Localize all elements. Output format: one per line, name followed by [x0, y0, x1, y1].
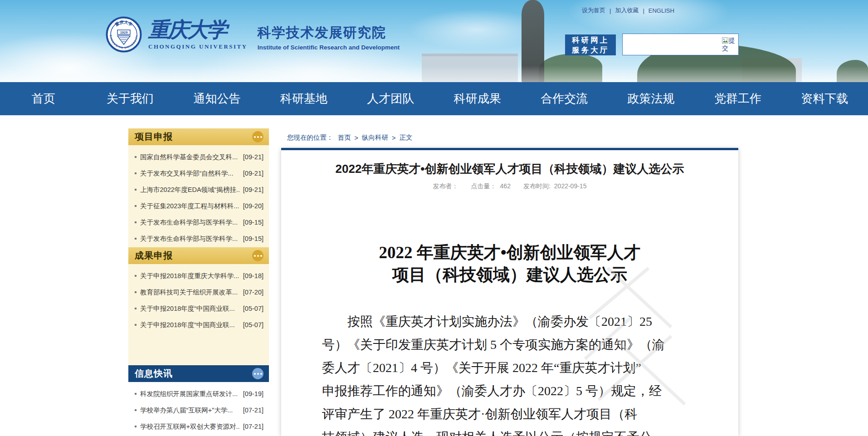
bullet-icon — [135, 189, 137, 191]
bullet-icon — [135, 275, 137, 277]
sidebar-section-achievement-application: 成果申报 — [128, 247, 269, 264]
item-title: 学校举办第八届“互联网+”大学... — [140, 406, 239, 415]
bullet-icon — [135, 426, 137, 427]
body-line: 评审产生了 2022 年重庆英才·创新创业领军人才项目（科 — [322, 402, 700, 426]
body-line: 申报推荐工作的通知》（渝委人才办〔2022〕5 号）规定，经 — [322, 379, 700, 402]
nav-item-home[interactable]: 首页 — [0, 82, 87, 115]
bullet-icon — [135, 156, 137, 158]
nav-item-policies[interactable]: 政策法规 — [608, 82, 694, 115]
item-title: 关于发布生命科学部与医学科学... — [140, 235, 239, 243]
item-date: [09-20] — [243, 202, 263, 210]
more-icon[interactable] — [252, 131, 263, 142]
seal-year: 1929 — [120, 30, 128, 34]
article-meta: 发布者： 点击量：462 发布时间:2022-09-15 — [281, 182, 738, 191]
university-name-block: 重庆大学 CHONGQING UNIVERSITY — [148, 18, 248, 50]
list-item[interactable]: 教育部科技司关于组织开展改革...[07-20] — [128, 284, 269, 300]
item-date: [07-21] — [243, 423, 263, 430]
section-title: 信息快讯 — [135, 367, 173, 380]
bullet-icon — [135, 238, 137, 240]
item-date: [07-21] — [243, 407, 263, 414]
more-icon[interactable] — [252, 250, 263, 261]
university-name-en: CHONGQING UNIVERSITY — [148, 43, 248, 50]
list-item[interactable]: 上海市2022年度EDA领域“揭榜挂...[09-21] — [128, 181, 269, 198]
nav-item-party-work[interactable]: 党群工作 — [694, 82, 781, 115]
nav-item-research-achievements[interactable]: 科研成果 — [434, 82, 521, 115]
breadcrumb-separator: > — [392, 134, 395, 142]
list-item[interactable]: 关于发布生命科学部与医学科学...[09-15] — [128, 214, 269, 230]
nav-item-talent-teams[interactable]: 人才团队 — [347, 82, 434, 115]
item-title: 教育部科技司关于组织开展改革... — [140, 288, 239, 297]
nav-item-about[interactable]: 关于我们 — [87, 82, 173, 115]
body-line: 按照《重庆英才计划实施办法》（渝委办发〔2021〕25 — [322, 310, 700, 333]
document-heading: 2022 年重庆英才•创新创业领军人才 项目（科技领域）建议人选公示 — [281, 241, 738, 286]
breadcrumb: 您现在的位置： 首页 > 纵向科研 > 正文 — [287, 133, 414, 142]
list-item[interactable]: 关于申报2018年度重庆大学科学...[09-18] — [128, 268, 269, 284]
nav-item-downloads[interactable]: 资料下载 — [781, 82, 868, 115]
item-title: 国家自然科学基金委员会交叉科... — [140, 153, 239, 162]
list-item[interactable]: 关于申报2018年度“中国商业联...[05-07] — [128, 317, 269, 333]
item-date: [09-15] — [243, 235, 263, 242]
item-date: [05-07] — [243, 321, 263, 328]
item-title: 关于申报2018年度重庆大学科学... — [140, 272, 239, 280]
publish-time-value: 2022-09-15 — [554, 182, 587, 191]
sidebar: 项目申报 国家自然科学基金委员会交叉科...[09-21] 关于发布交叉科学部“… — [128, 128, 269, 435]
body-line: 号）《关于印发重庆英才计划 5 个专项实施方案的通知》（渝 — [322, 333, 700, 356]
body-line: 技领域）建议人选，现对相关人选予以公示（按规定不予公 — [322, 426, 700, 436]
nav-item-notices[interactable]: 通知公告 — [174, 82, 260, 115]
list-item[interactable]: 关于征集2023年度工程与材料科...[09-20] — [128, 198, 269, 214]
item-date: [05-07] — [243, 305, 263, 312]
item-title: 上海市2022年度EDA领域“揭榜挂... — [140, 186, 239, 194]
list-item[interactable]: 学校举办第八届“互联网+”大学...[07-21] — [128, 402, 269, 418]
institute-name-en: Institute of Scientific Research and Dev… — [258, 44, 400, 51]
broken-image-icon — [722, 37, 728, 44]
nav-item-research-bases[interactable]: 科研基地 — [260, 82, 347, 115]
breadcrumb-separator: > — [355, 134, 358, 142]
bullet-icon — [135, 205, 137, 207]
body-line: 委人才〔2021〕4 号）《关于开展 2022 年“重庆英才计划” — [322, 356, 700, 379]
item-title: 科发院组织开展国家重点研发计... — [140, 390, 239, 398]
publish-time-label: 发布时间: — [523, 182, 551, 191]
topbar-separator: | — [610, 7, 611, 14]
breadcrumb-current[interactable]: 正文 — [399, 133, 412, 142]
sidebar-list: 科发院组织开展国家重点研发计...[09-19] 学校举办第八届“互联网+”大学… — [128, 382, 269, 435]
heading-line-1: 2022 年重庆英才•创新创业领军人才 — [281, 241, 738, 264]
set-homepage-link[interactable]: 设为首页 — [582, 6, 605, 15]
item-date: [09-15] — [243, 219, 263, 226]
sidebar-list: 关于申报2018年度重庆大学科学...[09-18] 教育部科技司关于组织开展改… — [128, 264, 269, 365]
item-date: [09-21] — [243, 170, 263, 177]
bullet-icon — [135, 291, 137, 293]
research-service-hall-button[interactable]: 科研网上 服务大厅 — [565, 34, 616, 55]
item-date: [07-20] — [243, 289, 263, 296]
site-logo[interactable]: 重庆大学 CHONGQING UNIVERSITY 1929 重庆大学 CHON… — [106, 16, 400, 53]
list-item[interactable]: 关于发布生命科学部与医学科学...[09-15] — [128, 230, 269, 247]
item-title: 关于申报2018年度“中国商业联... — [140, 304, 239, 313]
section-title: 项目申报 — [135, 131, 173, 143]
service-line2: 服务大厅 — [572, 45, 609, 55]
topbar-links: 设为首页 | 加入收藏 | ENGLISH — [582, 6, 674, 15]
heading-line-2: 项目（科技领域）建议人选公示 — [281, 264, 738, 286]
breadcrumb-vertical-research[interactable]: 纵向科研 — [362, 133, 388, 142]
search-input[interactable] — [623, 34, 722, 55]
article-title: 2022年重庆英才•创新创业领军人才项目（科技领域）建议人选公示 — [281, 161, 738, 177]
page-content: 项目申报 国家自然科学基金委员会交叉科...[09-21] 关于发布交叉科学部“… — [0, 115, 868, 436]
add-favorite-link[interactable]: 加入收藏 — [615, 6, 639, 15]
list-item[interactable]: 关于发布交叉科学部“自然科学...[09-21] — [128, 165, 269, 181]
english-link[interactable]: ENGLISH — [649, 7, 674, 14]
sidebar-section-news-flash: 信息快讯 — [128, 365, 269, 382]
list-item[interactable]: 科发院组织开展国家重点研发计...[09-19] — [128, 386, 269, 402]
banner-haze — [0, 66, 868, 82]
breadcrumb-home[interactable]: 首页 — [338, 133, 351, 142]
item-date: [09-19] — [243, 390, 263, 397]
more-icon[interactable] — [252, 368, 263, 379]
main-nav: 首页 关于我们 通知公告 科研基地 人才团队 科研成果 合作交流 政策法规 党群… — [0, 82, 868, 115]
nav-item-cooperation[interactable]: 合作交流 — [521, 82, 607, 115]
list-item[interactable]: 学校召开互联网+双创大赛资源对...[07-21] — [128, 418, 269, 435]
search-submit-button[interactable]: 提交 — [722, 34, 738, 52]
university-seal-icon: 重庆大学 CHONGQING UNIVERSITY 1929 — [106, 16, 142, 53]
list-item[interactable]: 国家自然科学基金委员会交叉科...[09-21] — [128, 149, 269, 165]
cloud-decoration — [567, 0, 730, 36]
item-date: [09-18] — [243, 272, 263, 279]
list-item[interactable]: 关于申报2018年度“中国商业联...[05-07] — [128, 300, 269, 317]
search-bar: 提交 — [622, 34, 739, 55]
publisher-label: 发布者： — [433, 182, 458, 191]
